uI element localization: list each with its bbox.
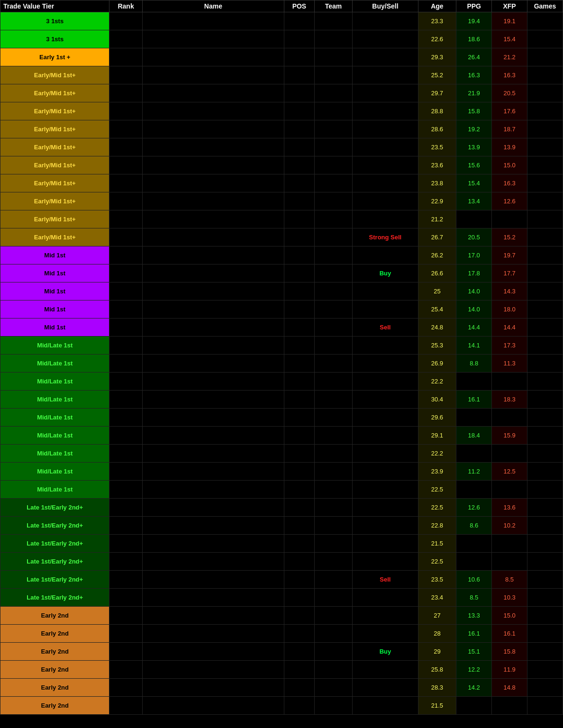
buy-sell-cell bbox=[353, 409, 418, 427]
table-row: Early/Mid 1st+29.721.920.5 bbox=[0, 84, 563, 102]
age-cell: 22.6 bbox=[418, 30, 456, 48]
buy-sell-cell: Buy bbox=[353, 643, 418, 661]
games-cell bbox=[527, 463, 563, 481]
pos-cell bbox=[284, 12, 314, 30]
xfp-cell: 8.5 bbox=[492, 571, 527, 589]
tier-cell: Mid 1st bbox=[0, 282, 109, 300]
team-cell bbox=[314, 643, 353, 661]
table-row: Mid 1stBuy26.617.817.7 bbox=[0, 264, 563, 282]
team-cell bbox=[314, 661, 353, 679]
buy-sell-cell bbox=[353, 517, 418, 535]
ppg-cell: 17.8 bbox=[456, 264, 492, 282]
buy-sell-cell bbox=[353, 661, 418, 679]
buy-sell-cell bbox=[353, 120, 418, 138]
xfp-cell: 15.0 bbox=[492, 156, 527, 174]
age-cell: 25 bbox=[418, 282, 456, 300]
age-cell: 22.5 bbox=[418, 499, 456, 517]
age-cell: 23.9 bbox=[418, 463, 456, 481]
header-trade-value-tier: Trade Value Tier bbox=[0, 0, 109, 12]
games-cell bbox=[527, 192, 563, 210]
team-cell bbox=[314, 463, 353, 481]
table-row: Late 1st/Early 2nd+22.88.610.2 bbox=[0, 517, 563, 535]
pos-cell bbox=[284, 48, 314, 66]
pos-cell bbox=[284, 553, 314, 571]
name-cell bbox=[142, 373, 284, 391]
buy-sell-cell bbox=[353, 12, 418, 30]
xfp-cell bbox=[492, 535, 527, 553]
xfp-cell: 17.7 bbox=[492, 264, 527, 282]
xfp-cell: 11.3 bbox=[492, 355, 527, 373]
pos-cell bbox=[284, 264, 314, 282]
ppg-cell bbox=[456, 553, 492, 571]
age-cell: 21.5 bbox=[418, 535, 456, 553]
xfp-cell: 14.4 bbox=[492, 318, 527, 337]
tier-cell: Mid/Late 1st bbox=[0, 427, 109, 445]
table-row: Early 2nd2816.116.1 bbox=[0, 625, 563, 643]
pos-cell bbox=[284, 355, 314, 373]
team-cell bbox=[314, 517, 353, 535]
buy-sell-cell bbox=[353, 427, 418, 445]
table-row: Mid/Late 1st22.2 bbox=[0, 373, 563, 391]
games-cell bbox=[527, 373, 563, 391]
games-cell bbox=[527, 661, 563, 679]
ppg-cell: 20.5 bbox=[456, 228, 492, 246]
ppg-cell: 18.4 bbox=[456, 427, 492, 445]
tier-cell: Early 2nd bbox=[0, 697, 109, 715]
tier-cell: Early 2nd bbox=[0, 643, 109, 661]
xfp-cell: 10.2 bbox=[492, 517, 527, 535]
team-cell bbox=[314, 210, 353, 228]
rank-cell bbox=[109, 138, 142, 156]
buy-sell-cell bbox=[353, 355, 418, 373]
xfp-cell bbox=[492, 445, 527, 463]
pos-cell bbox=[284, 337, 314, 355]
name-cell bbox=[142, 535, 284, 553]
table-row: Early/Mid 1st+25.216.316.3 bbox=[0, 66, 563, 84]
xfp-cell bbox=[492, 210, 527, 228]
rank-cell bbox=[109, 48, 142, 66]
table-row: Early/Mid 1st+Strong Sell26.720.515.2 bbox=[0, 228, 563, 246]
games-cell bbox=[527, 264, 563, 282]
name-cell bbox=[142, 625, 284, 643]
name-cell bbox=[142, 499, 284, 517]
team-cell bbox=[314, 445, 353, 463]
table-row: Late 1st/Early 2nd+22.512.613.6 bbox=[0, 499, 563, 517]
xfp-cell: 15.8 bbox=[492, 643, 527, 661]
games-cell bbox=[527, 679, 563, 697]
buy-sell-cell bbox=[353, 246, 418, 264]
buy-sell-cell bbox=[353, 102, 418, 120]
xfp-cell bbox=[492, 409, 527, 427]
table-row: Late 1st/Early 2nd+23.48.510.3 bbox=[0, 589, 563, 607]
games-cell bbox=[527, 535, 563, 553]
name-cell bbox=[142, 391, 284, 409]
games-cell bbox=[527, 481, 563, 499]
tier-cell: Mid 1st bbox=[0, 246, 109, 264]
rank-cell bbox=[109, 589, 142, 607]
table-row: Early/Mid 1st+21.2 bbox=[0, 210, 563, 228]
pos-cell bbox=[284, 409, 314, 427]
name-cell bbox=[142, 355, 284, 373]
buy-sell-cell bbox=[353, 210, 418, 228]
team-cell bbox=[314, 589, 353, 607]
ppg-cell: 10.6 bbox=[456, 571, 492, 589]
team-cell bbox=[314, 246, 353, 264]
pos-cell bbox=[284, 102, 314, 120]
games-cell bbox=[527, 355, 563, 373]
pos-cell bbox=[284, 463, 314, 481]
name-cell bbox=[142, 138, 284, 156]
team-cell bbox=[314, 84, 353, 102]
ppg-cell: 15.8 bbox=[456, 102, 492, 120]
ppg-cell bbox=[456, 481, 492, 499]
games-cell bbox=[527, 553, 563, 571]
name-cell bbox=[142, 409, 284, 427]
name-cell bbox=[142, 589, 284, 607]
xfp-cell: 19.7 bbox=[492, 246, 527, 264]
xfp-cell: 13.6 bbox=[492, 499, 527, 517]
games-cell bbox=[527, 499, 563, 517]
ppg-cell: 17.0 bbox=[456, 246, 492, 264]
ppg-cell bbox=[456, 409, 492, 427]
tier-cell: Late 1st/Early 2nd+ bbox=[0, 553, 109, 571]
table-row: Early/Mid 1st+28.619.218.7 bbox=[0, 120, 563, 138]
games-cell bbox=[527, 66, 563, 84]
tier-cell: Mid/Late 1st bbox=[0, 373, 109, 391]
team-cell bbox=[314, 174, 353, 192]
